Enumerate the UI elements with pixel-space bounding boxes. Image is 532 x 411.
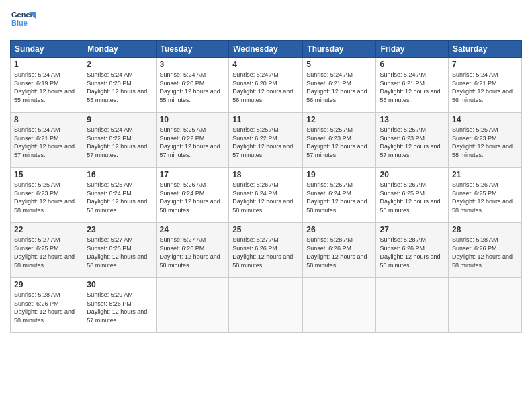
calendar-cell: 19 Sunrise: 5:26 AM Sunset: 6:24 PM Dayl… [303, 168, 376, 223]
day-number: 4 [232, 60, 299, 69]
day-number: 1 [14, 60, 79, 69]
calendar-week-row: 15 Sunrise: 5:25 AM Sunset: 6:23 PM Dayl… [11, 168, 522, 223]
weekday-header: Thursday [303, 41, 376, 58]
calendar-cell: 11 Sunrise: 5:25 AM Sunset: 6:22 PM Dayl… [229, 113, 303, 168]
day-info: Sunrise: 5:25 AM Sunset: 6:24 PM Dayligh… [87, 181, 152, 214]
day-number: 8 [14, 115, 79, 124]
calendar-cell [156, 278, 229, 333]
calendar-cell: 17 Sunrise: 5:26 AM Sunset: 6:24 PM Dayl… [156, 168, 229, 223]
day-info: Sunrise: 5:24 AM Sunset: 6:20 PM Dayligh… [87, 71, 152, 104]
calendar-cell: 28 Sunrise: 5:28 AM Sunset: 6:26 PM Dayl… [449, 223, 522, 278]
day-number: 30 [87, 280, 152, 289]
calendar-table: SundayMondayTuesdayWednesdayThursdayFrid… [10, 40, 522, 333]
weekday-header: Monday [83, 41, 156, 58]
day-info: Sunrise: 5:26 AM Sunset: 6:24 PM Dayligh… [306, 181, 372, 214]
calendar-cell: 21 Sunrise: 5:26 AM Sunset: 6:25 PM Dayl… [449, 168, 522, 223]
weekday-header: Wednesday [229, 41, 303, 58]
calendar-cell: 6 Sunrise: 5:24 AM Sunset: 6:21 PM Dayli… [376, 58, 449, 113]
calendar-cell: 10 Sunrise: 5:25 AM Sunset: 6:22 PM Dayl… [156, 113, 229, 168]
day-number: 3 [160, 60, 226, 69]
calendar-cell: 14 Sunrise: 5:25 AM Sunset: 6:23 PM Dayl… [449, 113, 522, 168]
day-info: Sunrise: 5:25 AM Sunset: 6:22 PM Dayligh… [232, 126, 299, 159]
calendar-body: 1 Sunrise: 5:24 AM Sunset: 6:19 PM Dayli… [11, 58, 522, 333]
weekday-header: Sunday [11, 41, 83, 58]
calendar-page: General Blue SundayMondayTuesdayWednesda… [0, 0, 532, 411]
day-info: Sunrise: 5:26 AM Sunset: 6:25 PM Dayligh… [380, 181, 445, 214]
day-info: Sunrise: 5:24 AM Sunset: 6:21 PM Dayligh… [306, 71, 372, 104]
day-info: Sunrise: 5:29 AM Sunset: 6:26 PM Dayligh… [87, 291, 152, 324]
calendar-cell [229, 278, 303, 333]
day-info: Sunrise: 5:26 AM Sunset: 6:24 PM Dayligh… [232, 181, 299, 214]
calendar-cell: 29 Sunrise: 5:28 AM Sunset: 6:26 PM Dayl… [11, 278, 83, 333]
weekday-header: Tuesday [156, 41, 229, 58]
calendar-cell: 13 Sunrise: 5:25 AM Sunset: 6:23 PM Dayl… [376, 113, 449, 168]
calendar-cell: 23 Sunrise: 5:27 AM Sunset: 6:25 PM Dayl… [83, 223, 156, 278]
day-number: 11 [232, 115, 299, 124]
calendar-header-row: SundayMondayTuesdayWednesdayThursdayFrid… [11, 41, 522, 58]
calendar-cell: 27 Sunrise: 5:28 AM Sunset: 6:26 PM Dayl… [376, 223, 449, 278]
weekday-header: Friday [376, 41, 449, 58]
calendar-cell: 18 Sunrise: 5:26 AM Sunset: 6:24 PM Dayl… [229, 168, 303, 223]
calendar-cell [303, 278, 376, 333]
day-info: Sunrise: 5:27 AM Sunset: 6:25 PM Dayligh… [87, 236, 152, 269]
calendar-cell: 4 Sunrise: 5:24 AM Sunset: 6:20 PM Dayli… [229, 58, 303, 113]
day-number: 10 [160, 115, 226, 124]
day-number: 17 [160, 170, 226, 179]
day-info: Sunrise: 5:28 AM Sunset: 6:26 PM Dayligh… [380, 236, 445, 269]
day-number: 7 [452, 60, 518, 69]
calendar-cell: 2 Sunrise: 5:24 AM Sunset: 6:20 PM Dayli… [83, 58, 156, 113]
day-number: 16 [87, 170, 152, 179]
calendar-cell: 8 Sunrise: 5:24 AM Sunset: 6:21 PM Dayli… [11, 113, 83, 168]
calendar-cell: 15 Sunrise: 5:25 AM Sunset: 6:23 PM Dayl… [11, 168, 83, 223]
day-number: 6 [380, 60, 445, 69]
day-info: Sunrise: 5:25 AM Sunset: 6:22 PM Dayligh… [160, 126, 226, 159]
calendar-cell: 26 Sunrise: 5:28 AM Sunset: 6:26 PM Dayl… [303, 223, 376, 278]
day-number: 19 [306, 170, 372, 179]
day-info: Sunrise: 5:27 AM Sunset: 6:25 PM Dayligh… [14, 236, 79, 269]
calendar-week-row: 8 Sunrise: 5:24 AM Sunset: 6:21 PM Dayli… [11, 113, 522, 168]
day-info: Sunrise: 5:28 AM Sunset: 6:26 PM Dayligh… [452, 236, 518, 269]
day-number: 26 [306, 225, 372, 234]
calendar-cell: 20 Sunrise: 5:26 AM Sunset: 6:25 PM Dayl… [376, 168, 449, 223]
day-number: 13 [380, 115, 445, 124]
logo-icon: General Blue [10, 7, 36, 32]
day-number: 2 [87, 60, 152, 69]
day-info: Sunrise: 5:25 AM Sunset: 6:23 PM Dayligh… [380, 126, 445, 159]
day-info: Sunrise: 5:24 AM Sunset: 6:20 PM Dayligh… [232, 71, 299, 104]
calendar-cell: 30 Sunrise: 5:29 AM Sunset: 6:26 PM Dayl… [83, 278, 156, 333]
day-number: 12 [306, 115, 372, 124]
svg-text:Blue: Blue [11, 19, 28, 27]
calendar-cell: 12 Sunrise: 5:25 AM Sunset: 6:23 PM Dayl… [303, 113, 376, 168]
page-header: General Blue [10, 7, 522, 35]
calendar-cell: 3 Sunrise: 5:24 AM Sunset: 6:20 PM Dayli… [156, 58, 229, 113]
calendar-cell: 24 Sunrise: 5:27 AM Sunset: 6:26 PM Dayl… [156, 223, 229, 278]
day-info: Sunrise: 5:26 AM Sunset: 6:24 PM Dayligh… [160, 181, 226, 214]
calendar-cell: 22 Sunrise: 5:27 AM Sunset: 6:25 PM Dayl… [11, 223, 83, 278]
day-number: 21 [452, 170, 518, 179]
day-number: 27 [380, 225, 445, 234]
day-number: 25 [232, 225, 299, 234]
day-number: 28 [452, 225, 518, 234]
day-number: 18 [232, 170, 299, 179]
calendar-cell [449, 278, 522, 333]
calendar-cell: 25 Sunrise: 5:27 AM Sunset: 6:26 PM Dayl… [229, 223, 303, 278]
calendar-week-row: 1 Sunrise: 5:24 AM Sunset: 6:19 PM Dayli… [11, 58, 522, 113]
day-info: Sunrise: 5:27 AM Sunset: 6:26 PM Dayligh… [160, 236, 226, 269]
day-number: 23 [87, 225, 152, 234]
day-info: Sunrise: 5:24 AM Sunset: 6:21 PM Dayligh… [452, 71, 518, 104]
weekday-header: Saturday [449, 41, 522, 58]
day-number: 29 [14, 280, 79, 289]
calendar-cell: 16 Sunrise: 5:25 AM Sunset: 6:24 PM Dayl… [83, 168, 156, 223]
day-info: Sunrise: 5:24 AM Sunset: 6:21 PM Dayligh… [14, 126, 79, 159]
day-info: Sunrise: 5:25 AM Sunset: 6:23 PM Dayligh… [306, 126, 372, 159]
day-info: Sunrise: 5:27 AM Sunset: 6:26 PM Dayligh… [232, 236, 299, 269]
calendar-cell: 1 Sunrise: 5:24 AM Sunset: 6:19 PM Dayli… [11, 58, 83, 113]
day-info: Sunrise: 5:25 AM Sunset: 6:23 PM Dayligh… [452, 126, 518, 159]
calendar-week-row: 22 Sunrise: 5:27 AM Sunset: 6:25 PM Dayl… [11, 223, 522, 278]
calendar-cell: 5 Sunrise: 5:24 AM Sunset: 6:21 PM Dayli… [303, 58, 376, 113]
day-info: Sunrise: 5:24 AM Sunset: 6:20 PM Dayligh… [160, 71, 226, 104]
day-number: 24 [160, 225, 226, 234]
logo: General Blue [10, 7, 36, 35]
calendar-cell [376, 278, 449, 333]
day-info: Sunrise: 5:24 AM Sunset: 6:21 PM Dayligh… [380, 71, 445, 104]
